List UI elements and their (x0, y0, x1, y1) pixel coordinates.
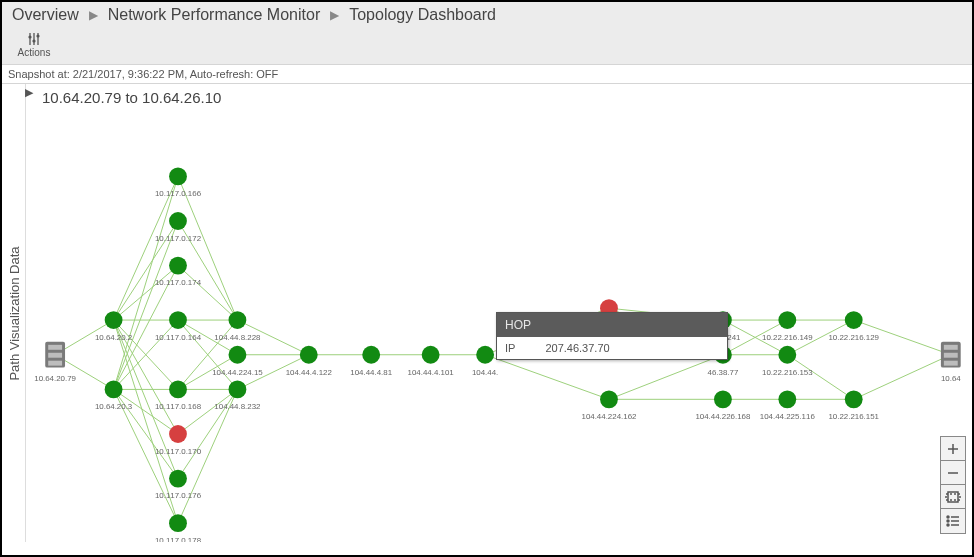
hop-node[interactable]: 104.44.224.15 (212, 346, 263, 377)
hop-node[interactable]: 10.117.0.166 (155, 167, 202, 198)
hop-node[interactable]: 104.44.224.162 (581, 390, 636, 421)
breadcrumb: Overview ▶ Network Performance Monitor ▶… (2, 2, 972, 27)
svg-text:10.64: 10.64 (941, 374, 961, 383)
svg-line-21 (114, 389, 178, 434)
svg-point-81 (169, 381, 187, 399)
crumb-overview[interactable]: Overview (12, 6, 79, 24)
hop-node[interactable]: 10.117.0.164 (155, 311, 202, 342)
host-node[interactable]: 10.64 (941, 342, 961, 383)
svg-line-43 (485, 355, 609, 400)
svg-text:46.38.77: 46.38.77 (708, 368, 739, 377)
svg-text:10.117.0.174: 10.117.0.174 (155, 278, 202, 287)
svg-point-129 (947, 524, 949, 526)
svg-line-26 (178, 266, 237, 320)
path-title: 10.64.20.79 to 10.64.26.10 (42, 89, 221, 106)
svg-text:10.64.20.2: 10.64.20.2 (95, 333, 132, 342)
svg-point-91 (229, 346, 247, 364)
svg-point-77 (169, 257, 187, 275)
hop-node[interactable]: 104.44.4.122 (286, 346, 332, 377)
svg-text:10.22.216.129: 10.22.216.129 (828, 333, 879, 342)
hop-node[interactable]: 10.117.0.170 (155, 425, 202, 456)
svg-text:10.22.216.153: 10.22.216.153 (762, 368, 813, 377)
svg-text:10.22.216.151: 10.22.216.151 (828, 412, 879, 421)
topology-graph[interactable]: 10.64.20.7910.6410.64.20.210.64.20.310.1… (26, 112, 972, 542)
svg-point-75 (169, 212, 187, 230)
sliders-icon (26, 31, 42, 47)
hop-node[interactable]: 104.44.4.101 (408, 346, 455, 377)
zoom-fit-button[interactable] (941, 485, 965, 509)
svg-point-73 (169, 167, 187, 185)
svg-text:104.44.226.168: 104.44.226.168 (695, 412, 751, 421)
svg-line-44 (609, 308, 723, 320)
svg-point-116 (778, 390, 796, 408)
hop-node[interactable]: 10.117.0.168 (155, 381, 202, 412)
svg-rect-60 (48, 345, 62, 350)
svg-text:10.117.0.172: 10.117.0.172 (155, 234, 201, 243)
hop-node[interactable]: 10.117.0.174 (155, 257, 202, 288)
hop-node[interactable]: 104.44.8.228 (214, 311, 261, 342)
svg-text:104.44.: 104.44. (472, 368, 498, 377)
svg-rect-67 (944, 361, 958, 366)
svg-text:104.44.224.162: 104.44.224.162 (581, 412, 636, 421)
zoom-controls (940, 436, 966, 534)
snapshot-status: Snapshot at: 2/21/2017, 9:36:22 PM, Auto… (2, 65, 972, 84)
svg-text:104.44.8.228: 104.44.8.228 (214, 333, 261, 342)
hop-node[interactable]: 10.22.216.149 (762, 311, 813, 342)
hop-node[interactable]: 10.64.20.2 (95, 311, 132, 342)
svg-point-95 (300, 346, 318, 364)
svg-point-118 (845, 311, 863, 329)
hop-node[interactable] (600, 299, 618, 317)
svg-point-5 (36, 34, 39, 37)
hop-node[interactable]: 104.44.4.81 (350, 346, 392, 377)
svg-point-97 (362, 346, 380, 364)
svg-text:10.22.216.149: 10.22.216.149 (762, 333, 813, 342)
svg-point-99 (422, 346, 440, 364)
svg-text:10.64.20.79: 10.64.20.79 (34, 374, 76, 383)
zoom-in-button[interactable] (941, 437, 965, 461)
zoom-list-button[interactable] (941, 509, 965, 533)
svg-text:104.44.4.101: 104.44.4.101 (408, 368, 455, 377)
hop-node[interactable]: 104.44.8.232 (214, 381, 260, 412)
hop-node[interactable]: 104.44.225.116 (760, 390, 816, 421)
svg-text:10.117.0.178: 10.117.0.178 (155, 536, 202, 542)
svg-point-106 (714, 311, 732, 329)
svg-point-3 (28, 35, 31, 38)
hop-node[interactable]: 104.44. (472, 346, 498, 377)
svg-point-69 (105, 311, 123, 329)
svg-text:104.44.225.116: 104.44.225.116 (760, 412, 816, 421)
svg-point-93 (229, 381, 247, 399)
svg-point-128 (947, 520, 949, 522)
svg-text:10.117.0.168: 10.117.0.168 (155, 402, 202, 411)
svg-rect-125 (948, 492, 958, 502)
actions-label: Actions (18, 47, 51, 58)
svg-point-101 (476, 346, 494, 364)
svg-point-110 (714, 390, 732, 408)
svg-text:104.44.4.122: 104.44.4.122 (286, 368, 332, 377)
crumb-topology[interactable]: Topology Dashboard (349, 6, 496, 24)
svg-text:104.44.224.15: 104.44.224.15 (212, 368, 263, 377)
zoom-out-button[interactable] (941, 461, 965, 485)
hop-node[interactable]: 10.22.216.153 (762, 346, 813, 377)
hop-node[interactable]: 10.22.216.151 (828, 390, 879, 421)
svg-point-71 (105, 381, 123, 399)
crumb-npm[interactable]: Network Performance Monitor (108, 6, 321, 24)
svg-text:104.44.8.232: 104.44.8.232 (214, 402, 260, 411)
svg-line-42 (485, 308, 609, 355)
svg-point-89 (229, 311, 247, 329)
host-node[interactable]: 10.64.20.79 (34, 342, 76, 383)
svg-point-103 (600, 299, 618, 317)
svg-rect-66 (944, 353, 958, 358)
hop-node[interactable]: 104.44.226.168 (695, 390, 751, 421)
svg-line-10 (114, 266, 178, 320)
hop-node[interactable]: 10.64.20.3 (95, 381, 133, 412)
hop-node[interactable]: 10.117.0.178 (155, 514, 202, 542)
svg-text:104.44.4.81: 104.44.4.81 (350, 368, 392, 377)
svg-line-33 (178, 389, 237, 434)
chevron-right-icon: ▶ (89, 8, 98, 22)
chevron-right-icon: ▶ (330, 8, 339, 22)
svg-text:10.117.0.164: 10.117.0.164 (155, 333, 202, 342)
actions-button[interactable]: Actions (2, 27, 52, 64)
svg-point-114 (778, 346, 796, 364)
svg-rect-65 (944, 345, 958, 350)
expand-panel-button[interactable]: ▶ (25, 86, 39, 100)
